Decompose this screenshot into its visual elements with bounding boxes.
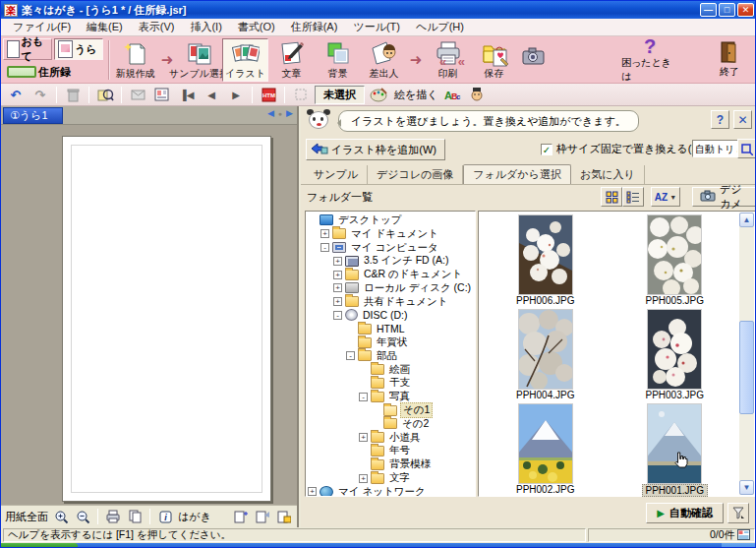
expand-plus-icon[interactable]: + xyxy=(333,271,342,279)
canvas-tab-ura1[interactable]: ①うら1 xyxy=(3,107,63,124)
scroll-up-icon[interactable]: ▲ xyxy=(739,213,754,227)
auto-confirm-button[interactable]: ▶ 自動確認 xyxy=(646,503,724,523)
help-button[interactable]: ? 困ったときは xyxy=(621,38,678,82)
add-illustration-frame-button[interactable]: イラスト枠を追加(W) xyxy=(306,139,445,160)
list-view-button[interactable] xyxy=(622,187,644,207)
vertical-scrollbar[interactable]: ▲ ▼ xyxy=(739,213,754,495)
sender-person-icon[interactable] xyxy=(466,86,488,104)
select-frame-icon[interactable] xyxy=(94,86,116,104)
mail-icon[interactable] xyxy=(127,86,148,104)
print-preview-icon[interactable] xyxy=(104,509,122,525)
nav-first-icon[interactable]: ▐◀ xyxy=(176,86,198,104)
unselected-status-button[interactable]: 未選択 xyxy=(315,86,365,104)
collapse-minus-icon[interactable]: - xyxy=(333,311,342,320)
address-card-icon[interactable] xyxy=(151,86,173,104)
tree-item-8[interactable]: HTML xyxy=(306,322,475,335)
expand-plus-icon[interactable]: + xyxy=(320,229,329,238)
canvas-prev-icon[interactable]: ◀ xyxy=(267,108,274,118)
tab-3[interactable]: お気に入り xyxy=(571,165,645,184)
tree-item-1[interactable]: +マイ ドキュメント xyxy=(306,227,475,241)
html-icon[interactable]: HTM xyxy=(258,86,279,104)
tree-item-19[interactable]: +文字 xyxy=(306,471,475,485)
paint-palette-icon[interactable] xyxy=(368,86,389,104)
close-button[interactable]: ✕ xyxy=(737,3,754,17)
step-text-button[interactable]: 文章 xyxy=(268,38,315,82)
filter-bell-button[interactable] xyxy=(727,503,749,523)
grid-view-button[interactable] xyxy=(601,187,622,207)
scrollbar-thumb[interactable] xyxy=(739,321,754,414)
menu-item-3[interactable]: 挿入(I) xyxy=(182,19,229,35)
digicam-button[interactable]: デジカメ xyxy=(692,187,756,207)
step-new-page-button[interactable]: 新規作成 xyxy=(112,38,158,82)
collapse-minus-icon[interactable]: - xyxy=(346,351,355,360)
menu-item-6[interactable]: ツール(T) xyxy=(345,19,408,35)
expand-plus-icon[interactable]: + xyxy=(333,297,342,306)
tree-item-10[interactable]: -部品 xyxy=(306,349,475,363)
draw-picture-label[interactable]: 絵を描く xyxy=(394,88,438,102)
memo-heart-icon[interactable] xyxy=(491,46,512,72)
redo-icon[interactable]: ↷ xyxy=(29,86,51,104)
expand-plus-icon[interactable]: + xyxy=(359,433,368,442)
paste-frame-icon[interactable] xyxy=(254,509,271,525)
tab-0[interactable]: サンプル xyxy=(305,165,368,184)
crop-settings-button[interactable] xyxy=(737,139,756,158)
thumbnail-PPH001.JPG[interactable]: PPH001.JPG xyxy=(642,402,708,497)
tree-item-20[interactable]: +マイ ネットワーク xyxy=(306,485,475,497)
undo-icon[interactable]: ↶ xyxy=(5,86,27,104)
expand-plus-icon[interactable]: + xyxy=(333,257,342,266)
tree-item-18[interactable]: 背景模様 xyxy=(306,457,475,471)
restore-button[interactable]: □ xyxy=(719,3,735,17)
tree-item-13[interactable]: -写真 xyxy=(306,390,475,403)
font-abc-icon[interactable]: ABc xyxy=(441,86,463,104)
tab-1[interactable]: デジコレの画像 xyxy=(368,165,463,184)
tree-item-12[interactable]: 干支 xyxy=(306,377,475,391)
nav-prev-icon[interactable]: ◀ xyxy=(201,86,222,104)
collapse-minus-icon[interactable]: - xyxy=(320,243,329,252)
thumbnail-PPH004.JPG[interactable]: PPH004.JPG xyxy=(513,308,577,402)
copy-page-icon[interactable] xyxy=(126,509,144,525)
postcard-page[interactable] xyxy=(62,136,271,502)
step-sample-button[interactable]: サンプル選択 xyxy=(176,38,222,82)
tree-item-0[interactable]: デスクトップ xyxy=(306,213,475,227)
new-frame-icon[interactable] xyxy=(232,509,250,525)
menu-item-1[interactable]: 編集(E) xyxy=(79,19,131,35)
menu-item-7[interactable]: ヘルプ(H) xyxy=(408,19,472,35)
delete-icon[interactable] xyxy=(62,86,84,104)
nav-next-icon[interactable]: ▶ xyxy=(225,86,247,104)
menu-item-4[interactable]: 書式(O) xyxy=(230,19,283,35)
zoom-mode-label[interactable]: 用紙全面 xyxy=(5,510,48,524)
menu-item-5[interactable]: 住所録(A) xyxy=(283,19,346,35)
panel-close-button[interactable]: ✕ xyxy=(733,110,752,129)
tree-item-14[interactable]: その1 xyxy=(306,403,475,417)
thumbnail-PPH006.JPG[interactable]: PPH006.JPG xyxy=(513,213,577,308)
tree-item-3[interactable]: +3.5 インチ FD (A:) xyxy=(306,254,475,268)
tree-item-2[interactable]: -マイ コンピュータ xyxy=(306,241,475,255)
thumbnail-PPH003.JPG[interactable]: PPH003.JPG xyxy=(643,308,707,402)
thumbnail-PPH002.JPG[interactable]: PPH002.JPG xyxy=(513,402,577,497)
front-side-button[interactable]: おもて xyxy=(3,38,52,60)
step-sender-button[interactable]: 差出人 xyxy=(361,38,407,82)
tree-item-17[interactable]: 年号 xyxy=(306,445,475,458)
panel-help-button[interactable]: ? xyxy=(711,110,729,129)
tree-item-6[interactable]: +共有ドキュメント xyxy=(306,295,475,309)
tree-item-4[interactable]: +C&R のドキュメント xyxy=(306,268,475,281)
zoom-in-icon[interactable] xyxy=(52,509,70,525)
canvas-next-icon[interactable]: ▶ xyxy=(286,108,293,118)
start-button[interactable] xyxy=(1,543,78,548)
expand-plus-icon[interactable]: + xyxy=(359,474,368,483)
step-bg-button[interactable]: 背景 xyxy=(315,38,361,82)
scroll-down-icon[interactable]: ▼ xyxy=(739,480,754,495)
exit-button[interactable]: 終了 xyxy=(710,38,749,82)
tree-item-7[interactable]: -DISC (D:) xyxy=(306,309,475,323)
collapse-minus-icon[interactable]: - xyxy=(359,393,368,401)
menu-item-2[interactable]: 表示(V) xyxy=(131,19,183,35)
expand-plus-icon[interactable]: + xyxy=(333,283,342,292)
zoom-out-icon[interactable] xyxy=(74,509,91,525)
tree-item-15[interactable]: その2 xyxy=(306,417,475,431)
tree-item-11[interactable]: 絵画 xyxy=(306,363,475,377)
checkbox-checked-icon[interactable]: ✓ xyxy=(541,144,552,155)
expand-plus-icon[interactable]: + xyxy=(308,487,317,496)
collapse-chevrons-icon[interactable]: « « xyxy=(439,54,469,69)
canvas-viewport[interactable] xyxy=(1,125,297,505)
paper-info-icon[interactable]: i xyxy=(156,509,174,525)
